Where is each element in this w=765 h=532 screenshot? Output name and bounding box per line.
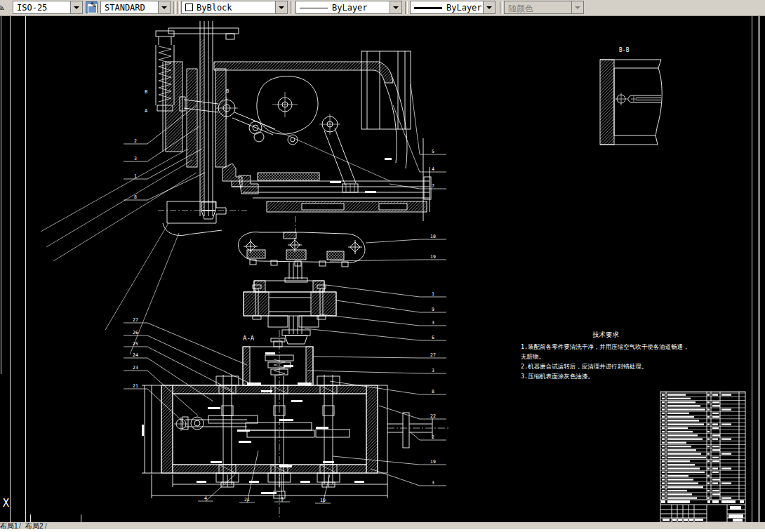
leader-line (206, 474, 235, 501)
cover-view (238, 232, 364, 282)
leader-line (379, 406, 420, 419)
dim-style-dropdown-arrow[interactable] (70, 1, 82, 13)
tiny-text-blob (316, 427, 328, 429)
parts-seq-blob (662, 398, 665, 399)
parts-qty-blob (707, 467, 710, 469)
parts-material-blob (712, 493, 720, 495)
tiny-text-blob (142, 425, 144, 436)
parts-material-blob (712, 472, 719, 473)
text-style-icon[interactable]: ✎ (86, 1, 98, 13)
titleblock-text-blob (730, 506, 741, 510)
parts-material-blob (712, 460, 719, 462)
leader-line (147, 173, 205, 200)
parts-material-blob (712, 438, 718, 439)
toolbar-separator (173, 1, 176, 14)
tab-layout2[interactable]: 布局2 (25, 521, 44, 531)
parts-name-blob (667, 401, 696, 403)
parts-remark-blob (721, 467, 731, 469)
tiny-text-blob (197, 481, 206, 483)
color-control-combo[interactable]: ByBlock (181, 1, 288, 14)
parts-seq-blob (662, 497, 665, 498)
parts-material-blob (712, 416, 719, 418)
dim-style-value: ISO-25 (17, 3, 47, 13)
parts-seq-blob (662, 453, 665, 454)
parts-material-blob (712, 401, 719, 403)
part-number: 5 (432, 149, 434, 154)
main-assembly-view (41, 21, 431, 354)
parts-seq-blob (662, 427, 665, 429)
linetype-dropdown-arrow[interactable] (390, 1, 401, 13)
parts-seq-blob (662, 472, 665, 473)
tiny-text-blob (330, 181, 341, 183)
dim-style-combo[interactable]: ISO-25 (13, 1, 83, 14)
part-number: 2 (432, 434, 434, 440)
titleblock-text-blob (733, 519, 743, 521)
titleblock-text-blob (689, 519, 693, 521)
parts-name-blob (667, 446, 691, 447)
leader-line (326, 285, 420, 297)
tech-req-line3: 2.机器磨合试运转后，应清理并进行封蜡处理。 (521, 363, 647, 370)
parts-name-blob (667, 442, 686, 444)
titleblock-text-blob (740, 500, 744, 503)
lineweight-dropdown-arrow[interactable] (483, 1, 495, 13)
parts-qty-blob (707, 490, 710, 491)
text-style-dropdown-arrow[interactable] (158, 1, 170, 13)
dim-style-icon[interactable]: ✎ (0, 0, 9, 15)
parts-name-blob (667, 394, 686, 395)
parts-remark-blob (721, 497, 731, 498)
text-style-combo[interactable]: STANDARD (100, 1, 171, 14)
tab-layout1[interactable]: 布局1 (0, 521, 18, 531)
parts-material-blob (712, 482, 718, 484)
tiny-text-blob (298, 383, 312, 385)
part-number: 8 (134, 194, 137, 200)
section-mark-a1: A (145, 108, 148, 114)
parts-seq-blob (662, 408, 665, 410)
parts-seq-blob (662, 446, 665, 447)
sheet-border (1, 15, 759, 532)
color-dropdown-arrow[interactable] (275, 1, 287, 13)
lineweight-control-combo[interactable]: ByLayer (410, 1, 495, 14)
leader-line (313, 357, 420, 358)
section-mark-b2: B (226, 88, 229, 94)
parts-name-blob (667, 413, 689, 414)
parts-seq-blob (662, 416, 665, 418)
titleblock-text-blob (721, 500, 736, 503)
titleblock-text-blob (707, 500, 710, 503)
parts-name-blob (667, 497, 697, 498)
plot-style-dropdown-arrow (571, 1, 583, 13)
plot-style-value: 随颜色 (508, 3, 533, 15)
part-number: 4 (204, 496, 207, 501)
tiny-text-blob (211, 461, 222, 463)
leader-line (410, 432, 420, 440)
parts-remark-blob (721, 438, 731, 439)
section-aa-label: A-A (243, 335, 255, 342)
parts-material-blob (712, 446, 719, 447)
titleblock-text-blob (678, 519, 682, 521)
parts-name-blob (667, 416, 694, 418)
parts-name-blob (667, 464, 695, 465)
tiny-text-blob (249, 481, 259, 483)
tiny-text-blob (247, 383, 261, 385)
parts-name-blob (667, 423, 704, 425)
parts-name-blob (667, 460, 690, 462)
parts-name-blob (667, 479, 693, 480)
parts-seq-blob (662, 420, 665, 421)
parts-qty-blob (707, 401, 710, 403)
part-number: 27 (133, 317, 138, 323)
parts-seq-blob (662, 434, 665, 436)
drawing-canvas[interactable]: 5471019193627382221932318272625242321421… (0, 0, 765, 532)
parts-name-blob (667, 408, 705, 410)
linetype-control-combo[interactable]: ByLayer (295, 1, 402, 14)
layout-tab-bar: 布局1 / 布局2 / (0, 522, 765, 532)
parts-seq-blob (662, 467, 665, 469)
titleblock-text-blob (672, 519, 677, 521)
parts-name-blob (667, 453, 701, 454)
color-value: ByBlock (197, 3, 232, 13)
parts-material-blob (712, 457, 719, 458)
parts-remark-blob (721, 453, 731, 454)
color-swatch (185, 4, 193, 11)
parts-name-blob (667, 405, 700, 406)
tiny-text-blob (365, 191, 376, 193)
tiny-text-blob (279, 419, 293, 421)
section-mark-b1: B (145, 89, 147, 95)
